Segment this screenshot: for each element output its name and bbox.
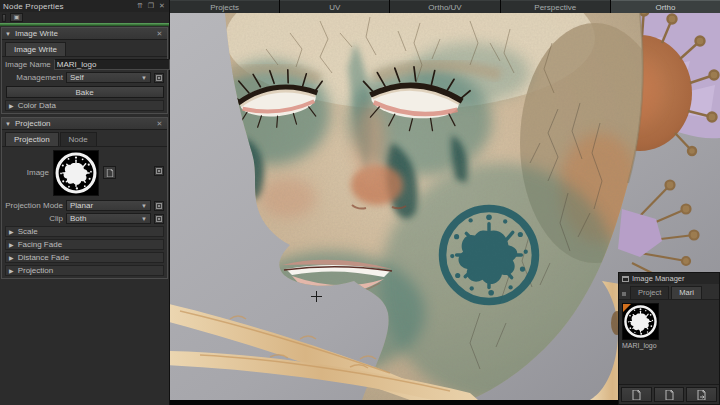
chevron-down-icon: ▼ [141,203,147,209]
tab-projects[interactable]: Projects [170,0,279,13]
panel-title: Node Properties [3,2,136,11]
image-name-input[interactable] [54,59,170,70]
mari-logo-thumbnail[interactable] [622,303,659,340]
active-node-indicator-bar [0,23,169,26]
projection-mode-value: Planar [70,201,141,210]
projection-header-label: Projection [15,119,155,128]
clip-value: Both [70,214,141,223]
node-properties-panel: Node Properties ⇈ ❐ ✕ ▣ ▼ Image Write ✕ … [0,0,170,405]
document-icon [632,390,641,400]
collapse-triangle-icon[interactable]: ▼ [5,31,11,37]
close-icon[interactable]: ✕ [155,119,164,128]
projection-header[interactable]: ▼ Projection ✕ [2,118,167,130]
management-value: Self [70,73,141,82]
image-label: Image [5,168,49,177]
management-node-button[interactable] [154,73,164,83]
tab-uv[interactable]: UV [280,0,389,13]
facing-fade-section[interactable]: ▶ Facing Fade [5,239,164,250]
save-image-button[interactable] [654,387,685,402]
image-write-header-label: Image Write [15,29,155,38]
image-manager-panel: Image Manager Project Mari MARI_logo [618,272,720,405]
close-icon[interactable]: ✕ [158,2,166,10]
distance-fade-section[interactable]: ▶ Distance Fade [5,252,164,263]
projection-settings-section[interactable]: ▶ Projection [5,265,164,276]
facing-fade-label: Facing Fade [18,240,62,249]
node-link-icon [156,203,162,209]
image-manager-tabbar: Project Mari [619,284,719,300]
tab-overflow-icon[interactable] [622,292,626,296]
expand-triangle-icon: ▶ [9,102,14,109]
collapse-triangle-icon[interactable]: ▼ [5,121,11,127]
tab-mari[interactable]: Mari [671,286,702,299]
thumbnail-label: MARI_logo [622,342,716,349]
node-properties-titlebar[interactable]: Node Properties ⇈ ❐ ✕ [0,0,169,12]
image-name-label: Image Name [5,60,51,69]
projection-image-thumbnail[interactable] [53,150,99,196]
document-icon [665,390,674,400]
management-row: Management Self ▼ [2,70,167,83]
clip-label: Clip [5,214,63,223]
close-icon[interactable]: ✕ [155,29,164,38]
paste-image-button[interactable] [103,166,116,179]
color-data-section[interactable]: ▶ Color Data [5,100,164,111]
expand-triangle-icon: ▶ [9,241,14,248]
image-name-row: Image Name [2,57,167,70]
tab-project[interactable]: Project [630,286,669,299]
tab-projection[interactable]: Projection [5,132,59,146]
mari-stamp-decal [443,209,536,302]
pin-icon[interactable]: ⇈ [136,2,144,10]
clip-select[interactable]: Both ▼ [66,213,151,224]
projection-mode-node-button[interactable] [154,201,164,211]
clip-row: Clip Both ▼ [2,211,167,224]
projection-image-row: Image [2,147,167,198]
mari-logo-icon [54,151,98,195]
tab-perspective[interactable]: Perspective [501,0,610,13]
expand-triangle-icon: ▶ [9,267,14,274]
projection-mode-label: Projection Mode [5,201,63,210]
management-select[interactable]: Self ▼ [66,72,151,83]
management-label: Management [5,73,63,82]
scale-label: Scale [18,227,38,236]
image-write-group: ▼ Image Write ✕ Image Write Image Name M… [1,27,168,114]
image-manager-toolbar [619,384,719,404]
node-properties-toolbar: ▣ [0,12,169,23]
node-preview-icon[interactable]: ▣ [10,13,23,22]
toolbar-grip-handle[interactable] [2,14,6,22]
distance-fade-label: Distance Fade [18,253,70,262]
image-node-button[interactable] [154,166,164,176]
load-image-button[interactable] [621,387,652,402]
image-write-tabrow: Image Write [2,40,167,57]
tab-image-write[interactable]: Image Write [5,42,66,56]
node-link-icon [156,168,162,174]
document-export-icon [697,390,706,400]
expand-triangle-icon: ▶ [9,228,14,235]
projection-tabrow: Projection Node [2,130,167,147]
expand-triangle-icon: ▶ [9,254,14,261]
node-link-icon [156,216,162,222]
scale-section[interactable]: ▶ Scale [5,226,164,237]
tab-node[interactable]: Node [60,132,97,146]
export-image-button[interactable] [686,387,717,402]
chevron-down-icon: ▼ [141,75,147,81]
tab-ortho-uv[interactable]: Ortho/UV [390,0,499,13]
viewport-tab-bar: Projects UV Ortho/UV Perspective Ortho [170,0,720,13]
float-window-icon[interactable]: ❐ [147,2,155,10]
mari-application-window: Node Properties ⇈ ❐ ✕ ▣ ▼ Image Write ✕ … [0,0,720,405]
paste-icon [106,169,114,177]
tab-ortho[interactable]: Ortho [611,0,720,13]
projection-settings-label: Projection [18,266,54,275]
node-link-icon [156,75,162,81]
window-icon [622,276,629,282]
projection-group: ▼ Projection ✕ Projection Node Image [1,117,168,279]
projection-mode-select[interactable]: Planar ▼ [66,200,151,211]
image-manager-titlebar[interactable]: Image Manager [619,273,719,284]
image-write-header[interactable]: ▼ Image Write ✕ [2,28,167,40]
image-manager-title: Image Manager [632,274,685,283]
clip-node-button[interactable] [154,214,164,224]
chevron-down-icon: ▼ [141,216,147,222]
image-manager-body: MARI_logo [619,300,719,384]
bake-button[interactable]: Bake [6,86,164,98]
selected-marker-icon [623,304,631,312]
color-data-label: Color Data [18,101,56,110]
projection-mode-row: Projection Mode Planar ▼ [2,198,167,211]
